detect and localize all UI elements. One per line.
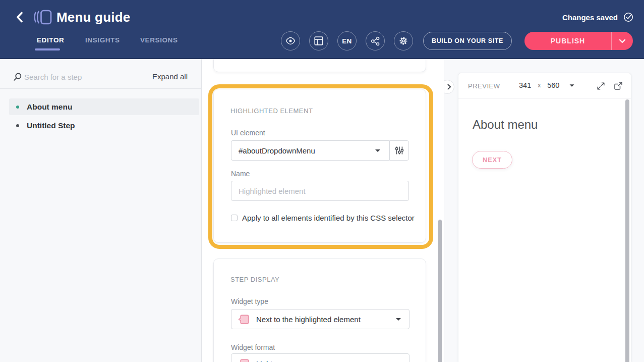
apply-to-all-checkbox[interactable] — [231, 215, 238, 221]
tab-versions[interactable]: VERSIONS — [140, 36, 178, 44]
preview-height-value: 560 — [547, 81, 559, 89]
step-status-dot — [16, 106, 19, 109]
ui-element-value: #aboutDropdownMenu — [239, 146, 375, 155]
widget-type-label: Widget type — [231, 297, 268, 305]
top-navbar: Menu guide EDITOR INSIGHTS VERSIONS EN — [0, 0, 644, 59]
chevron-left-icon — [16, 12, 24, 23]
back-button[interactable] — [13, 11, 26, 24]
expand-icon — [597, 82, 605, 90]
section-title-step-display: STEP DISPLAY — [230, 276, 279, 283]
step-display-card: STEP DISPLAY Widget type Next to the hig… — [213, 258, 426, 362]
preview-fullscreen-button[interactable] — [595, 80, 607, 92]
chevron-down-icon — [619, 39, 626, 43]
preview-header: PREVIEW 341 x 560 — [458, 73, 631, 98]
share-icon — [371, 36, 380, 46]
preview-step-title: About menu — [473, 118, 538, 132]
widget-format-icon — [238, 359, 249, 362]
section-title-highlighted-element: HIGHLIGHTED ELEMENT — [230, 107, 313, 115]
step-label: About menu — [27, 102, 72, 112]
tab-editor[interactable]: EDITOR — [37, 36, 64, 44]
preview-panel: PREVIEW 341 x 560 — [444, 59, 644, 362]
language-label: EN — [342, 37, 352, 45]
preview-body: About menu NEXT — [458, 98, 631, 362]
language-button[interactable]: EN — [337, 31, 357, 50]
publish-dropdown-button[interactable] — [612, 32, 633, 50]
name-label: Name — [231, 170, 250, 178]
guide-title: Menu guide — [56, 10, 130, 25]
preview-title: PREVIEW — [468, 82, 500, 90]
eye-icon — [285, 36, 296, 46]
widget-format-label: Widget format — [231, 343, 275, 351]
search-icon — [13, 73, 22, 81]
layout-icon — [314, 36, 323, 45]
gear-icon — [398, 36, 408, 46]
preview-scrollbar[interactable] — [625, 99, 629, 362]
step-list: About menu Untitled Step — [0, 98, 202, 134]
widget-format-select[interactable]: Light — [231, 353, 409, 362]
save-status-label: Changes saved — [562, 13, 618, 22]
chevron-right-icon — [447, 84, 451, 90]
layout-button[interactable] — [309, 31, 328, 50]
publish-button[interactable]: PUBLISH — [524, 32, 611, 50]
active-tab-underline — [35, 48, 60, 50]
preview-next-button[interactable]: NEXT — [472, 151, 512, 169]
step-status-dot — [16, 124, 19, 127]
app-root: Menu guide EDITOR INSIGHTS VERSIONS EN — [0, 0, 644, 362]
external-link-icon — [614, 81, 623, 90]
ui-element-label: UI element — [231, 129, 265, 137]
caret-down-icon — [570, 84, 574, 87]
widget-type-select[interactable]: Next to the highlighted element — [231, 309, 409, 329]
preview-size-times: x — [538, 82, 541, 89]
steps-sidebar: Expand all About menu Untitled Step — [0, 59, 202, 362]
step-item-untitled-step[interactable]: Untitled Step — [9, 117, 199, 134]
publish-split-button: PUBLISH — [524, 32, 633, 50]
step-label: Untitled Step — [27, 121, 75, 130]
widget-bubble-icon — [238, 315, 249, 324]
guide-logo-icon — [34, 10, 52, 27]
sliders-icon — [395, 146, 404, 155]
expand-all-button[interactable]: Expand all — [152, 72, 188, 81]
preview-size-select[interactable]: 341 x 560 — [519, 81, 574, 89]
tab-insights[interactable]: INSIGHTS — [85, 36, 120, 44]
check-circle-icon — [623, 12, 633, 22]
step-item-about-menu[interactable]: About menu — [9, 98, 199, 115]
ui-element-select[interactable]: #aboutDropdownMenu — [231, 140, 389, 161]
step-search-input[interactable] — [24, 69, 145, 84]
share-button[interactable] — [366, 31, 385, 50]
highlighted-element-card: HIGHLIGHTED ELEMENT UI element #aboutDro… — [213, 89, 426, 243]
settings-scrollbar[interactable] — [438, 220, 442, 362]
caret-down-icon — [375, 149, 380, 152]
apply-to-all-row: Apply to all elements identified by this… — [231, 214, 415, 222]
widget-type-value: Next to the highlighted element — [256, 315, 396, 324]
step-settings-panel: HIGHLIGHTED ELEMENT UI element #aboutDro… — [202, 59, 444, 362]
build-on-your-site-button[interactable]: BUILD ON YOUR SITE — [423, 32, 512, 50]
preview-width-value: 341 — [519, 81, 531, 89]
save-status: Changes saved — [562, 12, 633, 22]
step-search-row: Expand all — [0, 59, 201, 89]
preview-open-external-button[interactable] — [612, 80, 624, 92]
widget-format-value: Light — [256, 359, 396, 362]
preview-eye-button[interactable] — [281, 31, 300, 50]
settings-button[interactable] — [394, 31, 413, 50]
highlighted-element-name-input[interactable] — [231, 181, 409, 201]
apply-to-all-label: Apply to all elements identified by this… — [242, 214, 415, 222]
preview-card: PREVIEW 341 x 560 — [458, 73, 631, 362]
caret-down-icon — [396, 318, 401, 321]
selector-settings-button[interactable] — [389, 140, 409, 161]
